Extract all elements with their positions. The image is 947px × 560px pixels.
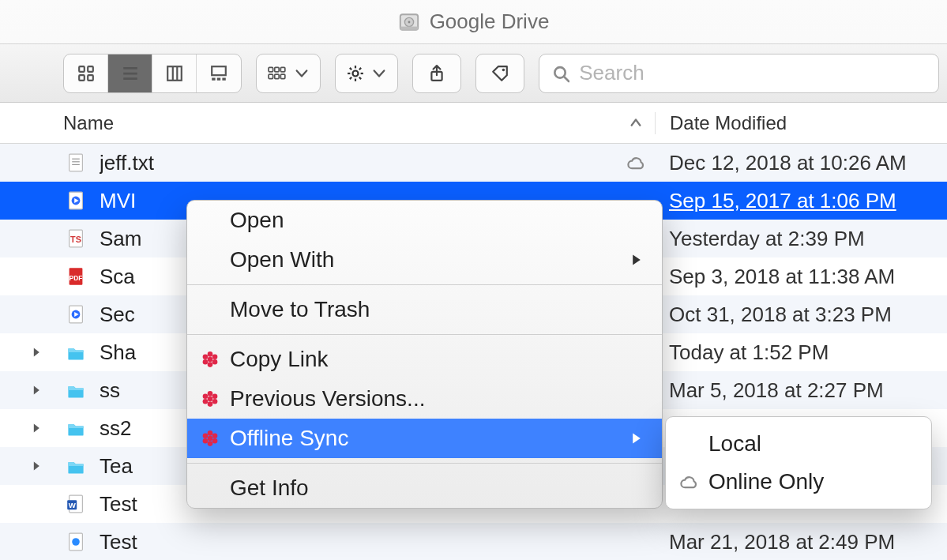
view-gallery-button[interactable] <box>197 54 241 92</box>
file-date: Mar 21, 2018 at 2:49 PM <box>655 530 947 554</box>
file-row[interactable]: TestMar 21, 2018 at 2:49 PM <box>0 523 947 560</box>
column-header-name[interactable]: Name <box>63 112 617 134</box>
search-field[interactable] <box>539 54 939 93</box>
word-file-icon <box>63 491 88 517</box>
column-header-row: Name Date Modified <box>0 103 947 144</box>
ts-file-icon <box>63 226 88 251</box>
arrange-icon <box>268 66 287 81</box>
view-mode-segmented <box>63 54 242 93</box>
gear-icon <box>347 65 364 82</box>
column-header-date[interactable]: Date Modified <box>655 112 947 134</box>
disclosure-triangle[interactable] <box>32 423 52 434</box>
folder-file-icon <box>63 453 88 479</box>
file-name: Test <box>100 530 617 554</box>
cloud-status-icon <box>617 153 655 172</box>
search-icon <box>552 64 569 83</box>
drive-disk-icon <box>398 11 420 33</box>
submenu-online-only[interactable]: Online Only <box>666 463 931 501</box>
action-button[interactable] <box>335 54 398 93</box>
txt-file-icon <box>63 150 88 175</box>
submenu-local[interactable]: Local <box>666 425 931 463</box>
menu-get-info[interactable]: Get Info <box>187 468 662 508</box>
titlebar: Google Drive <box>0 0 947 44</box>
submenu-arrow-icon <box>630 432 643 445</box>
disclosure-triangle[interactable] <box>32 385 52 396</box>
toolbar <box>0 44 947 103</box>
share-icon <box>428 65 445 82</box>
file-date: Yesterday at 2:39 PM <box>655 227 947 251</box>
sort-indicator[interactable] <box>617 116 655 130</box>
file-date: Sep 3, 2018 at 11:38 AM <box>655 265 947 289</box>
offline-sync-submenu: Local Online Only <box>665 416 932 509</box>
file-row[interactable]: jeff.txtDec 12, 2018 at 10:26 AM <box>0 144 947 182</box>
folder-file-icon <box>63 340 88 365</box>
share-button[interactable] <box>412 54 461 93</box>
submenu-arrow-icon <box>630 254 643 266</box>
file-name: jeff.txt <box>100 151 617 175</box>
file-date: Today at 1:52 PM <box>655 340 947 365</box>
menu-offline-sync[interactable]: Offline Sync <box>187 419 662 458</box>
menu-separator <box>187 334 662 335</box>
disclosure-triangle[interactable] <box>32 460 52 472</box>
video-file-icon <box>63 188 88 213</box>
window-title: Google Drive <box>430 9 550 34</box>
context-menu: Open Open With Move to Trash Copy Link P… <box>186 200 663 509</box>
menu-separator <box>187 463 662 464</box>
chevron-down-icon <box>295 66 309 81</box>
menu-copy-link[interactable]: Copy Link <box>187 340 662 379</box>
sort-ascending-icon <box>629 116 643 130</box>
view-icon-button[interactable] <box>64 54 108 92</box>
chevron-down-icon <box>372 66 386 81</box>
pdf-file-icon <box>63 264 88 289</box>
view-column-button[interactable] <box>152 54 197 92</box>
file-date: Oct 31, 2018 at 3:23 PM <box>655 303 947 327</box>
arrange-button[interactable] <box>256 54 321 93</box>
folder-file-icon <box>63 415 88 441</box>
search-input[interactable] <box>579 61 926 85</box>
menu-move-to-trash[interactable]: Move to Trash <box>187 290 662 329</box>
flower-icon <box>198 427 222 450</box>
file-date: Sep 15, 2017 at 1:06 PM <box>655 189 947 213</box>
menu-open-with[interactable]: Open With <box>187 240 662 280</box>
tags-button[interactable] <box>475 54 524 93</box>
cloud-icon <box>677 470 701 494</box>
folder-file-icon <box>63 378 88 403</box>
file-date: Dec 12, 2018 at 10:26 AM <box>655 151 947 175</box>
menu-open[interactable]: Open <box>187 201 662 240</box>
flower-icon <box>198 348 222 371</box>
disclosure-triangle[interactable] <box>32 347 52 358</box>
view-list-button[interactable] <box>108 54 152 92</box>
menu-previous-versions[interactable]: Previous Versions... <box>187 379 662 419</box>
video-file-icon <box>63 302 88 327</box>
generic-file-icon <box>63 529 88 554</box>
tag-icon <box>491 65 509 82</box>
menu-separator <box>187 284 662 285</box>
flower-icon <box>198 387 222 411</box>
file-date: Mar 5, 2018 at 2:27 PM <box>655 378 947 403</box>
